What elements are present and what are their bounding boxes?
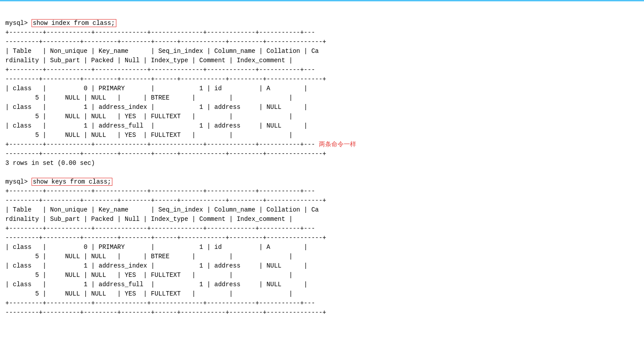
- row5b: 5 | NULL | NULL | YES | FULLTEXT | | |: [5, 272, 293, 279]
- sep3a: +---------+------------+--------------+-…: [5, 141, 315, 148]
- sep5a: +---------+------------+--------------+-…: [5, 225, 315, 232]
- header1b: rdinality | Sub_part | Packed | Null | I…: [5, 57, 293, 64]
- command1: show index from class;: [32, 19, 116, 27]
- prompt1: mysql>: [5, 20, 32, 27]
- sep4b: ---------+----------+---------+--------+…: [5, 197, 326, 204]
- command2: show keys from class;: [32, 178, 112, 186]
- row2a: | class | 1 | address_index | 1 | addres…: [5, 104, 308, 111]
- header2a: | Table | Non_unique | Key_name | Seq_in…: [5, 206, 319, 213]
- row6a: | class | 1 | address_full | 1 | address…: [5, 281, 308, 288]
- prompt2: mysql>: [5, 178, 32, 185]
- row3b: 5 | NULL | NULL | YES | FULLTEXT | | |: [5, 132, 293, 139]
- result1: 3 rows in set (0.00 sec): [5, 160, 95, 167]
- row2b: 5 | NULL | NULL | YES | FULLTEXT | | |: [5, 113, 293, 120]
- header2b: rdinality | Sub_part | Packed | Null | I…: [5, 216, 293, 223]
- row6b: 5 | NULL | NULL | YES | FULLTEXT | | |: [5, 290, 293, 297]
- header1a: | Table | Non_unique | Key_name | Seq_in…: [5, 48, 319, 55]
- sep6b: ---------+----------+---------+--------+…: [5, 309, 326, 316]
- sep6a: +---------+------------+--------------+-…: [5, 300, 315, 307]
- sep4a: +---------+------------+--------------+-…: [5, 188, 315, 195]
- block1: mysql> show index from class; +---------…: [5, 19, 356, 316]
- row4b: 5 | NULL | NULL | | BTREE | | |: [5, 253, 293, 260]
- sep5b: ---------+----------+---------+--------+…: [5, 234, 326, 241]
- terminal-output: mysql> show index from class; +---------…: [0, 6, 644, 321]
- row1b: 5 | NULL | NULL | | BTREE | | |: [5, 94, 293, 101]
- annotation: 两条命令一样: [319, 141, 356, 148]
- sep2b: ---------+----------+---------+--------+…: [5, 76, 326, 83]
- row4a: | class | 0 | PRIMARY | 1 | id | A |: [5, 244, 308, 251]
- sep2a: +---------+------------+--------------+-…: [5, 66, 315, 73]
- row5a: | class | 1 | address_index | 1 | addres…: [5, 262, 308, 269]
- sep1a: +---------+------------+--------------+-…: [5, 29, 315, 36]
- row3a: | class | 1 | address_full | 1 | address…: [5, 122, 308, 129]
- sep3b: ---------+----------+---------+--------+…: [5, 150, 326, 157]
- row1a: | class | 0 | PRIMARY | 1 | id | A |: [5, 85, 308, 92]
- sep1b: ---------+----------+---------+--------+…: [5, 38, 326, 45]
